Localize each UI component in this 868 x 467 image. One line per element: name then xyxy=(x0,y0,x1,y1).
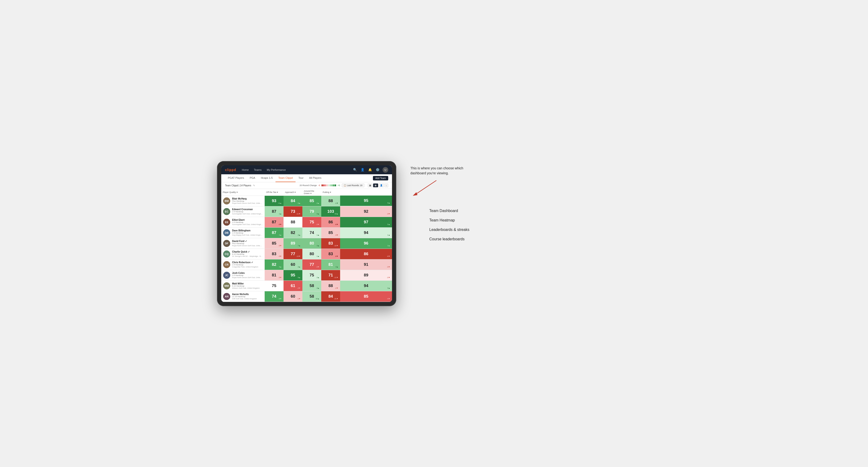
player-name: David Ford ✓ xyxy=(232,240,263,243)
score-change: -1▼ xyxy=(335,202,338,204)
score-change: -3▼ xyxy=(387,213,390,215)
subnav-pga[interactable]: PGA xyxy=(247,174,258,182)
score-change: 6▲ xyxy=(298,202,301,204)
player-cell: JCJosh Coles1-5 HandicapRoyal North Devo… xyxy=(221,270,265,280)
table-header-row: Player Quality ▾ Off the Tee ▾ Approach … xyxy=(221,189,392,196)
subnav-all-players[interactable]: All Players xyxy=(306,174,324,182)
player-table-body: BMBlair McHargPlus HandicapRoyal North D… xyxy=(221,195,392,302)
player-cell: CRChris Robertson ✓1-5 HandicapCraigmill… xyxy=(221,259,265,270)
round-change: 20 Round Change -5 +5 xyxy=(300,184,340,187)
heatmap-green2 xyxy=(330,184,331,186)
score-value: 87 xyxy=(272,220,276,224)
view-person-button[interactable]: 👤 xyxy=(379,184,384,187)
score-putting: 943▲ xyxy=(340,280,392,291)
score-change: 3▲ xyxy=(279,266,282,268)
view-toggle: ▦ ▦ 👤 ↓ xyxy=(368,184,389,187)
score-change: -3▼ xyxy=(316,223,319,225)
player-avatar: DB xyxy=(223,229,230,236)
score-value: 89 xyxy=(291,241,295,246)
edit-icon[interactable]: ✎ xyxy=(253,184,255,187)
table-row[interactable]: JCJosh Coles1-5 HandicapRoyal North Devo… xyxy=(221,270,392,280)
score-change: 1▲ xyxy=(279,213,282,215)
table-row[interactable]: DBDave Billingham1-5 HandicapGog Magog G… xyxy=(221,227,392,238)
score-value: 88 xyxy=(329,198,333,203)
last-rounds-button[interactable]: 📋 Last Rounds: 20 xyxy=(342,184,364,187)
player-name: Charlie Quick ✓ xyxy=(232,250,263,253)
score-approach: 75-3▼ xyxy=(302,217,321,227)
table-row[interactable]: EEElliot Ebert1-5 HandicapSunningdale Go… xyxy=(221,217,392,227)
score-change: -3▼ xyxy=(278,255,282,257)
top-navigation: clippd Home Teams My Performance 🔍 👤 🔔 ⚙… xyxy=(221,165,392,174)
score-change: -21▼ xyxy=(334,298,338,300)
avatar[interactable]: U xyxy=(382,167,388,173)
view-heatmap-button[interactable]: ▦ xyxy=(373,184,378,187)
subnav-team-clippd[interactable]: Team Clippd xyxy=(276,174,296,182)
score-putting: 975▲ xyxy=(340,217,392,227)
player-cell: MMMatt Miller6-10 HandicapWoburn Golf Cl… xyxy=(221,280,265,291)
option-team-heatmap: Team Heatmap xyxy=(429,218,651,222)
th-putting[interactable]: Putting ▾ xyxy=(321,189,340,196)
player-handicap: Plus Handicap xyxy=(232,200,263,202)
score-value: 61 xyxy=(291,283,295,288)
search-icon[interactable]: 🔍 xyxy=(352,167,358,173)
th-off-tee[interactable]: Off the Tee ▾ xyxy=(265,189,283,196)
heatmap-green1 xyxy=(328,184,330,186)
player-avatar: BM xyxy=(223,197,230,205)
score-value: 86 xyxy=(329,220,333,224)
table-row[interactable]: ECEdward Crossman1-5 HandicapSunningdale… xyxy=(221,206,392,217)
score-change: 15▲ xyxy=(335,213,338,215)
score-value: 95 xyxy=(291,273,295,278)
svg-marker-1 xyxy=(413,192,417,196)
score-around_green: 84-21▼ xyxy=(321,291,340,302)
score-approach: 77-3▼ xyxy=(302,259,321,270)
subnav-pgat[interactable]: PGAT Players xyxy=(225,174,247,182)
player-club: St. George's Hill GC - Weybridge - Surre… xyxy=(232,255,263,257)
table-row[interactable]: CQCharlie Quick ✓6-10 HandicapSt. George… xyxy=(221,249,392,259)
view-grid-button[interactable]: ▦ xyxy=(368,184,373,187)
th-player[interactable]: Player Quality ▾ xyxy=(221,189,265,196)
score-value: 92 xyxy=(364,209,368,214)
subnav-hcaps[interactable]: Hcaps 1-5 xyxy=(258,174,276,182)
table-row[interactable]: MMMatt Miller6-10 HandicapWoburn Golf Cl… xyxy=(221,280,392,291)
score-value: 58 xyxy=(310,283,314,288)
subnav-tour[interactable]: Tour xyxy=(296,174,306,182)
th-around-green[interactable]: Around the Green ▾ xyxy=(302,189,321,196)
heatmap-green5 xyxy=(335,184,336,186)
score-value: 60 xyxy=(291,262,295,267)
score-change: 5▲ xyxy=(387,223,390,225)
bell-icon[interactable]: 🔔 xyxy=(368,167,373,173)
table-row[interactable]: CRChris Robertson ✓1-5 HandicapCraigmill… xyxy=(221,259,392,270)
settings-icon[interactable]: ⚙️ xyxy=(375,167,380,173)
nav-teams[interactable]: Teams xyxy=(253,168,262,172)
player-club: Royal North Devon Golf Club, United King… xyxy=(232,202,263,204)
table-row[interactable]: DFDavid Ford ✓Plus HandicapRoyal North D… xyxy=(221,238,392,249)
table-row[interactable]: ANAaron Nicholls11-15 HandicapDrift Golf… xyxy=(221,291,392,302)
score-putting: 959▲ xyxy=(340,195,392,206)
score-quality: 874▲ xyxy=(265,227,283,238)
player-name: Edward Crossman xyxy=(232,208,263,211)
table-row[interactable]: BMBlair McHargPlus HandicapRoyal North D… xyxy=(221,195,392,206)
score-value: 80 xyxy=(310,241,314,246)
score-value: 85 xyxy=(364,294,368,299)
user-icon[interactable]: 👤 xyxy=(360,167,365,173)
th-approach[interactable]: Approach ▾ xyxy=(283,189,302,196)
score-approach: 803▲ xyxy=(302,238,321,249)
score-change: +4▲ xyxy=(278,202,282,204)
nav-home[interactable]: Home xyxy=(241,168,250,172)
score-change: -6▼ xyxy=(335,223,338,225)
player-handicap: 6-10 Handicap xyxy=(232,285,263,287)
score-change: -3▼ xyxy=(278,276,282,279)
add-team-button[interactable]: Add Team xyxy=(373,176,388,181)
sub-navigation: PGAT Players PGA Hcaps 1-5 Team Clippd T… xyxy=(221,174,392,182)
score-change: -1▼ xyxy=(297,298,301,300)
score-putting: 85-4▼ xyxy=(340,291,392,302)
view-download-button[interactable]: ↓ xyxy=(384,184,389,187)
score-putting: 89-2▼ xyxy=(340,270,392,280)
player-cell: BMBlair McHargPlus HandicapRoyal North D… xyxy=(221,195,265,206)
nav-icons: 🔍 👤 🔔 ⚙️ U xyxy=(352,167,388,173)
score-around_green: 88-1▼ xyxy=(321,195,340,206)
team-name-text: Team Clippd xyxy=(225,184,238,187)
player-club: Craigmillar Park, United Kingdom xyxy=(232,266,263,268)
nav-my-performance[interactable]: My Performance xyxy=(266,168,287,172)
score-value: 81 xyxy=(329,262,333,267)
